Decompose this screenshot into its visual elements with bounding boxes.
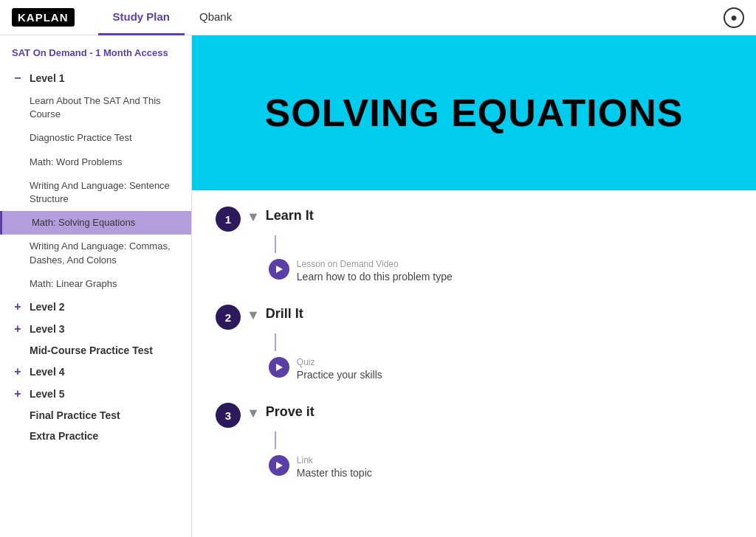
step-chevron-1: ▼ <box>247 209 260 225</box>
layout: SAT On Demand - 1 Month Access − Level 1… <box>0 35 756 537</box>
play-button-1[interactable] <box>269 259 289 280</box>
header: KAPLAN Study Plan Qbank ● <box>0 0 756 35</box>
toggle-icon-level5: + <box>12 387 24 401</box>
sidebar-level-4[interactable]: + Level 4 <box>0 361 191 383</box>
step-sub-2: Quiz Practice your skills <box>266 357 732 381</box>
sidebar-level-3[interactable]: + Level 3 <box>0 318 191 340</box>
step-sub-1: Lesson on Demand Video Learn how to do t… <box>266 259 732 283</box>
sidebar: SAT On Demand - 1 Month Access − Level 1… <box>0 35 192 537</box>
step-row-3: 3 ▼ Prove it Link Master this topic <box>216 401 732 479</box>
level-2-label: Level 2 <box>30 301 64 313</box>
step-sub-3: Link Master this topic <box>266 455 732 479</box>
toggle-icon-level2: + <box>12 300 24 313</box>
step-body-3: Prove it Link Master this topic <box>266 401 732 479</box>
tab-study-plan[interactable]: Study Plan <box>98 0 185 35</box>
play-button-2[interactable] <box>269 357 289 378</box>
step-number-2: 2 <box>216 305 241 330</box>
sidebar-level-1[interactable]: − Level 1 <box>0 67 191 89</box>
step-row-1: 1 ▼ Learn It Lesson on Demand Video Lear… <box>216 205 732 283</box>
toggle-icon-level3: + <box>12 322 24 336</box>
sidebar-item-solving-equations[interactable]: Math: Solving Equations <box>0 211 191 235</box>
step-label-3: Link <box>297 455 372 465</box>
final-practice-label: Final Practice Test <box>30 409 120 421</box>
step-title-3: Prove it <box>266 404 732 420</box>
step-title-2: Drill It <box>266 306 732 322</box>
steps-container: 1 ▼ Learn It Lesson on Demand Video Lear… <box>192 190 756 514</box>
sidebar-item-word-problems[interactable]: Math: Word Problems <box>0 150 191 174</box>
sidebar-level-5[interactable]: + Level 5 <box>0 383 191 405</box>
extra-practice-label: Extra Practice <box>30 430 98 442</box>
step-chevron-3: ▼ <box>247 406 260 421</box>
sidebar-level-2[interactable]: + Level 2 <box>0 296 191 318</box>
sidebar-mid-course[interactable]: Mid-Course Practice Test <box>0 340 191 361</box>
vertical-line-1 <box>275 235 276 253</box>
step-chevron-2: ▼ <box>247 308 260 323</box>
step-desc-3: Master this topic <box>297 467 372 479</box>
sidebar-title: SAT On Demand - 1 Month Access <box>0 47 191 67</box>
sidebar-item-sentence-structure[interactable]: Writing And Language: Sentence Structure <box>0 174 191 211</box>
sidebar-final-practice[interactable]: Final Practice Test <box>0 405 191 426</box>
sidebar-item-linear-graphs[interactable]: Math: Linear Graphs <box>0 272 191 296</box>
level-4-label: Level 4 <box>30 366 64 378</box>
step-text-2: Quiz Practice your skills <box>297 357 382 381</box>
main-content: SOLVING EQUATIONS 1 ▼ Learn It Lesson on… <box>192 35 756 537</box>
hero-title: SOLVING EQUATIONS <box>265 91 684 135</box>
step-body-2: Drill It Quiz Practice your skills <box>266 303 732 381</box>
user-icon[interactable]: ● <box>724 7 744 28</box>
tab-qbank[interactable]: Qbank <box>185 0 247 35</box>
vertical-line-2 <box>275 333 276 351</box>
sidebar-extra-practice[interactable]: Extra Practice <box>0 426 191 446</box>
logo: KAPLAN <box>12 8 75 27</box>
step-number-1: 1 <box>216 207 241 232</box>
step-label-2: Quiz <box>297 357 382 367</box>
step-text-3: Link Master this topic <box>297 455 372 479</box>
step-number-3: 3 <box>216 403 241 428</box>
header-right: ● <box>724 7 744 28</box>
hero-banner: SOLVING EQUATIONS <box>192 35 756 190</box>
mid-course-label: Mid-Course Practice Test <box>30 344 153 356</box>
step-text-1: Lesson on Demand Video Learn how to do t… <box>297 259 453 283</box>
step-title-1: Learn It <box>266 208 732 224</box>
step-desc-1: Learn how to do this problem type <box>297 271 453 283</box>
step-desc-2: Practice your skills <box>297 369 382 381</box>
level-3-label: Level 3 <box>30 323 64 335</box>
vertical-line-3 <box>275 432 276 449</box>
play-button-3[interactable] <box>269 455 289 476</box>
step-body-1: Learn It Lesson on Demand Video Learn ho… <box>266 205 732 283</box>
level-1-label: Level 1 <box>30 72 64 84</box>
step-label-1: Lesson on Demand Video <box>297 259 453 269</box>
sidebar-item-commas-dashes[interactable]: Writing And Language: Commas, Dashes, An… <box>0 235 191 271</box>
sidebar-item-diagnostic[interactable]: Diagnostic Practice Test <box>0 126 191 150</box>
nav-tabs: Study Plan Qbank <box>98 0 247 35</box>
step-row-2: 2 ▼ Drill It Quiz Practice your skills <box>216 303 732 381</box>
sidebar-item-learn-about[interactable]: Learn About The SAT And This Course <box>0 89 191 126</box>
toggle-icon-level4: + <box>12 365 24 378</box>
toggle-icon-level1: − <box>12 72 24 85</box>
level-5-label: Level 5 <box>30 388 64 400</box>
